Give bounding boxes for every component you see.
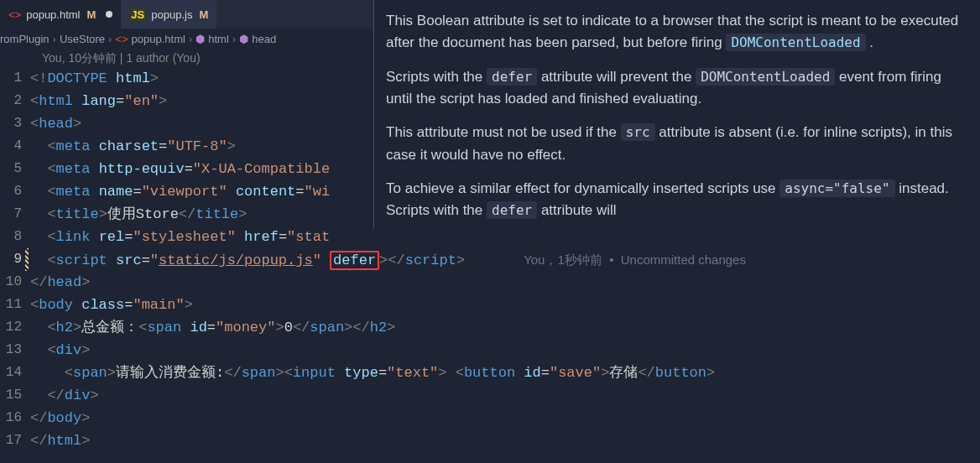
js-file-icon: JS [129,8,146,21]
code-token: defer [487,68,537,86]
code-line: <div> [30,339,980,362]
breadcrumb-item[interactable]: html [208,33,229,45]
modified-indicator: M [199,8,208,21]
chevron-right-icon: › [108,33,112,45]
code-line: <link rel="stylesheet" href="stat [30,226,980,248]
tab-label: popup.html [26,8,80,21]
element-icon: ⬢ [195,33,205,45]
chevron-right-icon: › [53,33,56,45]
breadcrumb-item[interactable]: romPlugin [0,33,50,45]
html-file-icon: <> [8,8,21,21]
code-line-active: <script src="static/js/popup.js" defer><… [30,248,980,271]
code-token: defer [487,201,537,219]
inline-git-blame: You，1秒钟前 • Uncommitted changes [524,252,746,267]
code-line: </div> [30,384,980,407]
html-file-icon: <> [115,33,128,45]
tab-label: popup.js [151,8,192,21]
breadcrumb-item[interactable]: head [252,33,276,45]
chevron-right-icon: › [232,33,236,45]
hover-tooltip-defer[interactable]: This Boolean attribute is set to indicat… [373,0,980,229]
code-token: async="false" [779,179,894,197]
tab-popup-js[interactable]: JS popup.js M [121,0,216,29]
code-line: <span>请输入消费金额:</span><input type="text">… [30,362,980,384]
hover-paragraph: This attribute must not be used if the s… [386,122,968,166]
hover-paragraph: To achieve a similar effect for dynamica… [386,178,968,222]
code-line: </head> [30,271,980,294]
code-token: DOMContentLoaded [726,34,865,51]
code-token: DOMContentLoaded [696,68,835,86]
code-line: </html> [30,429,980,452]
code-line: <h2>总金额：<span id="money">0</span></h2> [30,316,980,339]
breadcrumb-item[interactable]: UseStore [60,33,105,45]
breadcrumb-item[interactable]: popup.html [132,33,185,45]
modified-indicator: M [87,8,96,21]
modified-gutter-icon [25,248,29,271]
code-line: <body class="main"> [30,294,980,316]
hover-paragraph: This Boolean attribute is set to indicat… [386,10,968,55]
hover-paragraph: Scripts with the defer attribute will pr… [386,66,968,111]
tab-popup-html[interactable]: <> popup.html M [0,0,121,29]
code-line: </body> [30,407,980,429]
defer-attribute-highlight: defer [330,251,379,270]
unsaved-dot-icon [106,11,112,18]
element-icon: ⬢ [239,33,248,45]
chevron-right-icon: › [189,33,192,45]
code-token: src [621,123,655,141]
